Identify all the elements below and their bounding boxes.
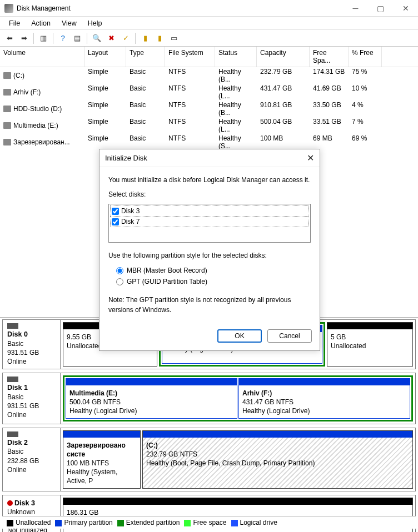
col-fs[interactable]: File System — [165, 47, 215, 67]
col-pctfree[interactable]: % Free — [349, 47, 382, 67]
ok-button[interactable]: OK — [217, 329, 262, 343]
minimize-button[interactable]: ─ — [343, 0, 368, 17]
dialog-title: Initialize Disk — [105, 154, 307, 162]
partition-style-label: Use the following partition style for th… — [108, 250, 311, 260]
menu-file[interactable]: File — [3, 18, 26, 29]
col-layout[interactable]: Layout — [84, 47, 126, 67]
table-row[interactable]: Зарезервирован...SimpleBasicNTFSHealthy … — [0, 134, 418, 150]
volume-icon — [3, 122, 11, 129]
radio-mbr[interactable] — [116, 267, 123, 274]
volume-icon — [3, 139, 11, 145]
layout-icon[interactable]: ▭ — [168, 32, 180, 44]
app-icon — [4, 4, 13, 13]
new-icon[interactable]: ▮ — [139, 32, 151, 44]
help-icon[interactable]: ? — [57, 32, 69, 44]
col-status[interactable]: Status — [215, 47, 257, 67]
volume-icon — [3, 106, 11, 112]
disk-label: Disk 0 Basic 931.51 GB Online — [3, 320, 61, 369]
error-icon — [7, 500, 13, 506]
find-icon[interactable]: 🔍 — [91, 32, 103, 44]
col-volume[interactable]: Volume — [0, 47, 84, 67]
maximize-button[interactable]: ▢ — [368, 0, 393, 17]
legend: Unallocated Primary partition Extended p… — [2, 516, 416, 529]
dialog-message: You must initialize a disk before Logica… — [108, 175, 311, 185]
cancel-button[interactable]: Cancel — [267, 329, 312, 343]
table-row[interactable]: Arhiv (F:)SimpleBasicNTFSHealthy (L...43… — [0, 84, 418, 101]
table-row[interactable]: Multimedia (E:)SimpleBasicNTFSHealthy (L… — [0, 117, 418, 134]
menu-view[interactable]: View — [56, 18, 82, 29]
title-bar: Disk Management ─ ▢ ✕ — [0, 0, 418, 17]
volume-icon — [3, 72, 11, 79]
action-icon[interactable]: ▮ — [153, 32, 166, 44]
disk-row-2[interactable]: Disk 2 Basic 232.88 GB Online Зарезервир… — [2, 428, 416, 491]
dialog-note: Note: The GPT partition style is not rec… — [108, 295, 311, 315]
dialog-select-label: Select disks: — [108, 189, 311, 199]
close-button[interactable]: ✕ — [393, 0, 418, 17]
radio-gpt[interactable] — [116, 278, 123, 285]
col-capacity[interactable]: Capacity — [257, 47, 310, 67]
list-icon[interactable]: ▤ — [71, 32, 83, 44]
dialog-close-icon[interactable]: ✕ — [307, 153, 314, 163]
volume-icon — [3, 89, 11, 96]
properties-icon[interactable]: ✓ — [120, 32, 132, 44]
initialize-disk-dialog: Initialize Disk ✕ You must initialize a … — [99, 149, 320, 351]
menu-action[interactable]: Action — [26, 18, 56, 29]
disk-row-1[interactable]: Disk 1 Basic 931.51 GB Online Multimedia… — [2, 373, 416, 424]
volume-table-header[interactable]: Volume Layout Type File System Status Ca… — [0, 47, 418, 67]
table-row[interactable]: HDD-Studio (D:)SimpleBasicNTFSHealthy (B… — [0, 101, 418, 117]
panel-icon[interactable]: ▥ — [37, 32, 49, 44]
disk-checkbox-7[interactable] — [112, 218, 119, 225]
col-type[interactable]: Type — [126, 47, 165, 67]
delete-icon[interactable]: ✖ — [105, 32, 117, 44]
disk-checkbox-3[interactable] — [112, 208, 119, 215]
app-title: Disk Management — [17, 4, 343, 12]
menu-bar: File Action View Help — [0, 17, 418, 30]
back-icon[interactable]: ⬅ — [3, 32, 16, 44]
toolbar: ⬅ ➡ ▥ ? ▤ 🔍 ✖ ✓ ▮ ▮ ▭ — [0, 30, 418, 47]
col-free[interactable]: Free Spa... — [310, 47, 349, 67]
menu-help[interactable]: Help — [82, 18, 108, 29]
disk-select-list[interactable]: Disk 3 Disk 7 — [108, 204, 311, 243]
forward-icon[interactable]: ➡ — [18, 32, 30, 44]
table-row[interactable]: (C:)SimpleBasicNTFSHealthy (B...232.79 G… — [0, 67, 418, 84]
